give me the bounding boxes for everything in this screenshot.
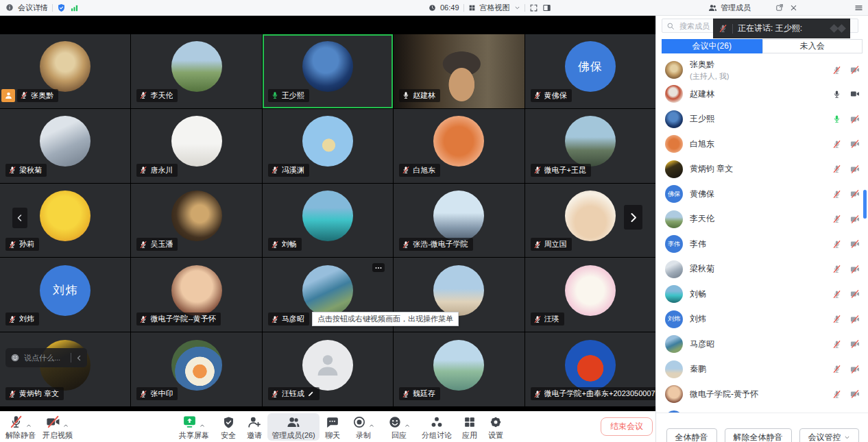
mic-muted-icon[interactable] — [271, 241, 279, 249]
member-camera-off-icon[interactable] — [850, 265, 860, 274]
member-camera-off-icon[interactable] — [850, 339, 860, 349]
member-mic-muted-icon[interactable] — [832, 265, 841, 273]
mic-muted-icon[interactable] — [402, 166, 410, 174]
member-mic-muted-icon[interactable] — [832, 214, 841, 223]
mic-muted-icon[interactable] — [8, 241, 16, 249]
member-mic-muted-icon[interactable] — [832, 340, 841, 349]
member-row[interactable]: 秦鹏 — [656, 357, 868, 382]
video-tile[interactable]: 黄炳钧 章文 — [0, 332, 130, 406]
member-row[interactable]: 王少熙 — [656, 107, 868, 132]
mic-muted-icon[interactable] — [139, 166, 147, 174]
close-panel-icon[interactable] — [790, 4, 797, 12]
video-tile[interactable]: 李天伦 — [131, 34, 261, 108]
member-camera-off-icon[interactable] — [850, 114, 860, 124]
mic-muted-icon[interactable] — [271, 166, 279, 174]
member-camera-off-icon[interactable] — [850, 315, 860, 324]
mic-muted-icon[interactable] — [8, 390, 16, 398]
security-shield-icon[interactable] — [57, 3, 66, 12]
member-mic-muted-icon[interactable] — [832, 140, 841, 149]
mic-muted-icon[interactable] — [139, 91, 147, 99]
toolbar-manage-members-button[interactable]: 管理成员(26) — [267, 413, 320, 441]
next-page-button[interactable] — [624, 205, 642, 230]
member-camera-off-icon[interactable] — [850, 65, 860, 75]
prev-page-button[interactable] — [12, 208, 27, 228]
video-tile[interactable]: 汪瑛 — [525, 258, 655, 332]
layout-panel-icon[interactable] — [542, 3, 551, 12]
video-tile[interactable]: 张浩-微电子学院 — [394, 184, 524, 258]
mic-muted-icon[interactable] — [402, 390, 410, 398]
member-mic-muted-icon[interactable] — [832, 190, 841, 199]
member-row[interactable]: 赵建林 — [656, 82, 868, 107]
toolbar-record-button[interactable]: 录制 — [346, 413, 381, 441]
member-row[interactable]: 李天伦 — [656, 207, 868, 232]
hamburger-menu-icon[interactable] — [854, 3, 863, 12]
video-tile[interactable]: 魏廷存 — [394, 332, 524, 406]
toolbar-share-screen-button[interactable]: 共享屏幕 — [173, 413, 215, 441]
mic-muted-icon[interactable] — [271, 390, 279, 398]
mic-muted-icon[interactable] — [139, 315, 147, 323]
member-camera-off-icon[interactable] — [850, 164, 860, 174]
popout-panel-icon[interactable] — [775, 3, 784, 12]
mic-muted-icon[interactable] — [139, 390, 147, 398]
toolbar-apps-button[interactable]: 应用 — [457, 413, 483, 441]
video-tile[interactable]: 微电子学院+曲奉东+2023050007 — [525, 332, 655, 406]
member-mic-muted-icon[interactable] — [832, 240, 841, 249]
toolbar-chat-button[interactable]: 聊天 — [320, 413, 346, 441]
toolbar-invite-button[interactable]: 邀请 — [241, 413, 267, 441]
member-camera-off-icon[interactable] — [850, 139, 860, 149]
scrollbar-thumb[interactable] — [863, 190, 867, 219]
video-tile[interactable]: 佛保黄佛保 — [525, 34, 655, 108]
video-tile[interactable]: 微电子+王昆 — [525, 109, 655, 183]
mic-muted-icon[interactable] — [533, 390, 542, 398]
mic-muted-icon[interactable] — [402, 241, 410, 249]
mic-muted-icon[interactable] — [533, 166, 542, 174]
video-tile[interactable]: 白旭东 — [394, 109, 524, 183]
mic-muted-icon[interactable] — [8, 315, 16, 323]
video-tile[interactable]: 刘炜刘炜 — [0, 258, 130, 332]
video-tile[interactable]: 刘畅 — [263, 184, 393, 258]
fullscreen-icon[interactable] — [529, 3, 538, 12]
mic-muted-icon[interactable] — [20, 91, 28, 99]
mic-muted-icon[interactable] — [533, 315, 542, 323]
member-row[interactable]: 张奥黔(主持人, 我) — [656, 58, 868, 82]
video-tile[interactable]: 唐永川 — [131, 109, 261, 183]
video-tile[interactable]: 微电子学院--黄予怀 — [131, 258, 261, 332]
mic-muted-icon[interactable] — [533, 91, 542, 99]
member-mic-muted-icon[interactable] — [832, 66, 841, 75]
member-row[interactable]: 梁秋菊 — [656, 257, 868, 282]
member-row[interactable]: 佛保黄佛保 — [656, 182, 868, 207]
tab-in-meeting[interactable]: 会议中(26) — [662, 39, 762, 53]
tab-not-joined[interactable]: 未入会 — [762, 39, 863, 53]
emoji-icon[interactable] — [10, 353, 20, 363]
collapse-chat-icon[interactable] — [75, 354, 83, 362]
member-mic-icon[interactable] — [832, 90, 841, 99]
network-signal-icon[interactable] — [70, 3, 79, 12]
member-row[interactable]: 马彦昭 — [656, 332, 868, 357]
member-row[interactable]: 微电子学院-黄予怀 — [656, 382, 868, 407]
video-tile[interactable]: 梁秋菊 — [0, 109, 130, 183]
meeting-control-button[interactable]: 会议管控 — [799, 428, 859, 442]
toolbar-breakout-rooms-button[interactable]: 分组讨论 — [417, 413, 457, 441]
video-tile[interactable]: 张中印 — [131, 332, 261, 406]
mic-icon[interactable] — [402, 91, 410, 99]
member-mic-muted-icon[interactable] — [832, 365, 841, 373]
member-row[interactable]: 李伟李伟 — [656, 232, 868, 257]
video-tile[interactable]: 王少熙 — [263, 34, 393, 108]
member-mic-icon[interactable] — [832, 114, 841, 123]
member-camera-off-icon[interactable] — [850, 289, 860, 299]
mic-icon[interactable] — [271, 91, 279, 99]
mic-muted-icon[interactable] — [533, 241, 542, 249]
member-row[interactable]: 刘炜刘炜 — [656, 307, 868, 332]
video-tile[interactable]: 张奥黔 — [0, 34, 130, 108]
member-camera-off-icon[interactable] — [850, 189, 860, 199]
unmute-all-button[interactable]: 解除全体静音 — [725, 428, 792, 442]
member-camera-off-icon[interactable] — [850, 389, 860, 399]
member-camera-off-icon[interactable] — [850, 239, 860, 249]
toolbar-start-video-button[interactable]: 开启视频 — [43, 413, 73, 441]
member-row[interactable]: 黄炳钧 章文 — [656, 157, 868, 182]
member-row[interactable] — [656, 407, 868, 413]
mic-muted-icon[interactable] — [271, 315, 279, 323]
video-tile[interactable]: 吴玉潘 — [131, 184, 261, 258]
member-row[interactable]: 白旭东 — [656, 132, 868, 157]
member-camera-off-icon[interactable] — [850, 365, 860, 374]
